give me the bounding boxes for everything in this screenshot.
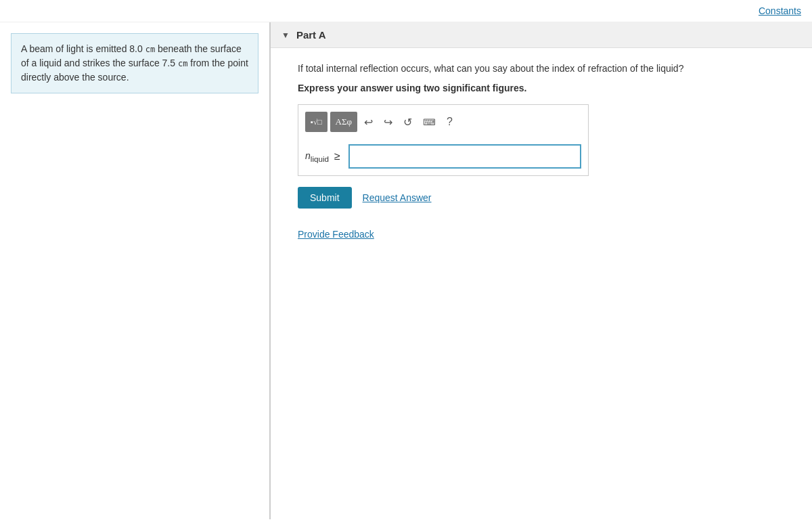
toolbar: ▪√□ ΑΣφ ↩ ↪ ↺ ⌨ [305,112,581,137]
problem-text: A beam of light is emitted 8.0 cm beneat… [21,43,248,83]
problem-text-box: A beam of light is emitted 8.0 cm beneat… [11,33,258,93]
redo-button[interactable]: ↪ [380,113,397,131]
undo-icon: ↩ [364,116,373,129]
input-row: nliquid ≥ [305,144,581,169]
question-main-text: If total internal reflection occurs, wha… [298,62,785,76]
answer-area: ▪√□ ΑΣφ ↩ ↪ ↺ ⌨ [298,104,589,176]
refresh-icon: ↺ [403,116,412,129]
math-button[interactable]: ▪√□ [305,112,328,132]
refresh-button[interactable]: ↺ [399,113,416,131]
collapse-arrow-icon[interactable]: ▼ [281,30,290,40]
submit-button[interactable]: Submit [298,187,352,209]
request-answer-link[interactable]: Request Answer [363,192,432,203]
n-liquid-label: nliquid [305,150,329,163]
constants-link[interactable]: Constants [759,5,801,16]
undo-button[interactable]: ↩ [360,113,377,131]
provide-feedback-link[interactable]: Provide Feedback [298,229,785,240]
greek-button[interactable]: ΑΣφ [330,112,357,132]
answer-input[interactable] [348,144,581,169]
part-header: ▼ Part A [271,22,812,48]
keyboard-button[interactable]: ⌨ [419,114,440,130]
help-button[interactable]: ? [443,113,457,131]
help-icon: ? [447,116,453,128]
question-emphasis-text: Express your answer using two significan… [298,83,785,93]
matrix-icon: ▪√□ [311,118,322,126]
gte-symbol: ≥ [334,150,340,162]
action-row: Submit Request Answer [298,187,785,209]
part-title: Part A [296,29,326,41]
greek-icon: ΑΣφ [336,116,352,127]
keyboard-icon: ⌨ [423,117,436,127]
redo-icon: ↪ [384,116,392,129]
left-panel: A beam of light is emitted 8.0 cm beneat… [0,22,271,519]
part-content: If total internal reflection occurs, wha… [271,48,812,253]
right-panel: ▼ Part A If total internal reflection oc… [271,22,812,519]
